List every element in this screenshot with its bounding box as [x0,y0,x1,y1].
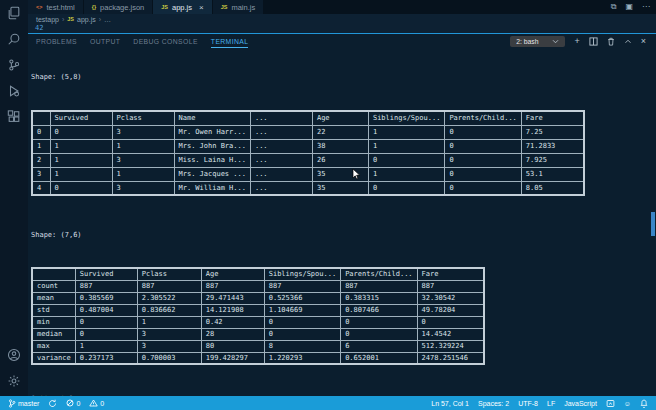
table-cell: mean [32,292,75,304]
errors-item[interactable]: 0 [66,399,80,407]
table-cell: 0 [75,328,137,340]
table-cell: 1 [112,167,174,181]
error-circle-icon [66,399,74,407]
editor-actions: ⧉ ▣ ⋯ [611,2,650,12]
status-bar: master 0 0 Ln 57, Col 1 Spaces: 2 UTF-8 … [0,396,656,410]
table-header-cell: Fare [417,268,484,280]
eol-setting[interactable]: LF [547,400,555,407]
indentation-setting[interactable]: Spaces: 2 [478,400,509,407]
terminal-select[interactable]: 2: bash [510,36,565,47]
warnings-item[interactable]: 0 [89,399,104,407]
git-branch-item[interactable]: master [8,399,39,408]
table-cell: 887 [264,280,340,292]
tab-label: package.json [100,3,144,12]
tab-package-json[interactable]: {} package.json [84,0,153,14]
screencast-icon[interactable] [606,399,615,408]
breadcrumb-separator: › [62,16,64,23]
table-cell: 1 [50,167,112,181]
js-file-icon: JS [161,4,168,10]
table-cell: 199.428297 [201,352,264,364]
breadcrumb[interactable]: testapp › JS app.js › … [28,14,656,24]
close-panel-icon[interactable]: × [641,36,646,47]
table-cell: 3 [137,340,201,352]
table-cell: 2 [32,153,50,167]
notifications-bell-icon[interactable] [640,399,648,408]
vscode-window: <> test.html {} package.json JS app.js ×… [0,0,656,410]
table-cell: 1 [368,125,444,139]
table-header-cell: Age [312,111,368,125]
table-cell: count [32,280,75,292]
table-header-row: SurvivedPclassAgeSiblings/Spou...Parents… [32,268,484,280]
table-header-row: SurvivedPclassName...AgeSiblings/Spou...… [32,111,584,125]
js-file-icon: JS [67,16,74,22]
table-cell: 0.807466 [341,304,417,316]
json-file-icon: {} [92,4,96,10]
table-cell: 1 [50,139,112,153]
editor-tab-bar: <> test.html {} package.json JS app.js ×… [28,0,656,14]
editor-layout-icon[interactable]: ▣ [625,2,633,12]
breadcrumb-separator: › [99,16,101,23]
breadcrumb-folder[interactable]: testapp [36,16,59,23]
table-row: 213Miss. Laina H......26007.925 [32,153,584,167]
error-count: 0 [76,400,80,407]
table-cell: 7.925 [521,153,584,167]
accounts-icon[interactable] [0,342,28,368]
warning-triangle-icon [89,399,98,407]
breadcrumb-file[interactable]: app.js [77,16,96,23]
table-cell: 2.305522 [137,292,201,304]
panel-header: PROBLEMS OUTPUT DEBUG CONSOLE TERMINAL 2… [28,34,656,49]
kill-terminal-trash-icon[interactable] [607,37,615,46]
cursor-position[interactable]: Ln 57, Col 1 [431,400,469,407]
sync-changes-item[interactable] [48,399,57,408]
panel-tab-output[interactable]: OUTPUT [90,36,120,48]
table-cell: ... [250,167,312,181]
tab-close-icon[interactable]: × [199,3,204,12]
explorer-icon[interactable] [0,0,28,26]
table-cell: 0 [445,167,521,181]
tab-test-html[interactable]: <> test.html [28,0,84,14]
panel-tab-terminal[interactable]: TERMINAL [211,36,249,48]
table-cell: 1 [75,340,137,352]
table-cell: ... [250,181,312,195]
table-cell: 0 [50,181,112,195]
encoding-setting[interactable]: UTF-8 [518,400,538,407]
table-cell: 0 [417,316,484,328]
more-actions-icon[interactable]: ⋯ [642,2,650,12]
editor-visible-line[interactable]: 42 [28,24,656,33]
split-terminal-icon[interactable] [589,37,598,46]
table-cell: 0 [264,328,340,340]
language-mode[interactable]: JavaScript [564,400,597,407]
panel-tab-problems[interactable]: PROBLEMS [36,36,77,48]
status-bar-right: Ln 57, Col 1 Spaces: 2 UTF-8 LF JavaScri… [422,399,648,408]
terminal-select-label: 2: bash [516,38,538,45]
table-cell: 0 [264,316,340,328]
tab-app-js[interactable]: JS app.js × [153,0,212,14]
table-header-cell: Fare [521,111,584,125]
dataframe-head-table: SurvivedPclassName...AgeSiblings/Spou...… [31,110,585,196]
table-cell: 71.2833 [521,139,584,153]
maximize-panel-chevron-icon[interactable] [624,39,632,44]
table-cell: 4 [32,181,50,195]
table-row: count887887887887887887 [32,280,484,292]
table-cell: Mr. William H... [174,181,250,195]
breadcrumb-more[interactable]: … [104,16,111,23]
terminal-scrollbar-thumb[interactable] [651,212,655,236]
search-icon[interactable] [0,26,28,52]
table-cell: 0.525366 [264,292,340,304]
feedback-smiley-icon[interactable]: ☺ [624,400,631,407]
terminal-output[interactable]: Shape: (5,8) SurvivedPclassName...AgeSib… [28,49,656,396]
settings-gear-icon[interactable] [0,368,28,394]
extensions-icon[interactable] [0,104,28,130]
split-editor-icon[interactable]: ⧉ [611,2,617,12]
new-terminal-icon[interactable]: + [574,36,579,47]
source-control-icon[interactable] [0,52,28,78]
table-cell: 3 [112,153,174,167]
tab-main-js[interactable]: JS main.js [213,0,265,14]
run-debug-icon[interactable] [0,78,28,104]
table-cell: 29.471443 [201,292,264,304]
table-cell: 3 [137,328,201,340]
shape-label-1: Shape: (5,8) [31,73,656,81]
table-cell: variance [32,352,75,364]
panel-tab-debug-console[interactable]: DEBUG CONSOLE [133,36,198,48]
tab-label: test.html [46,3,74,12]
